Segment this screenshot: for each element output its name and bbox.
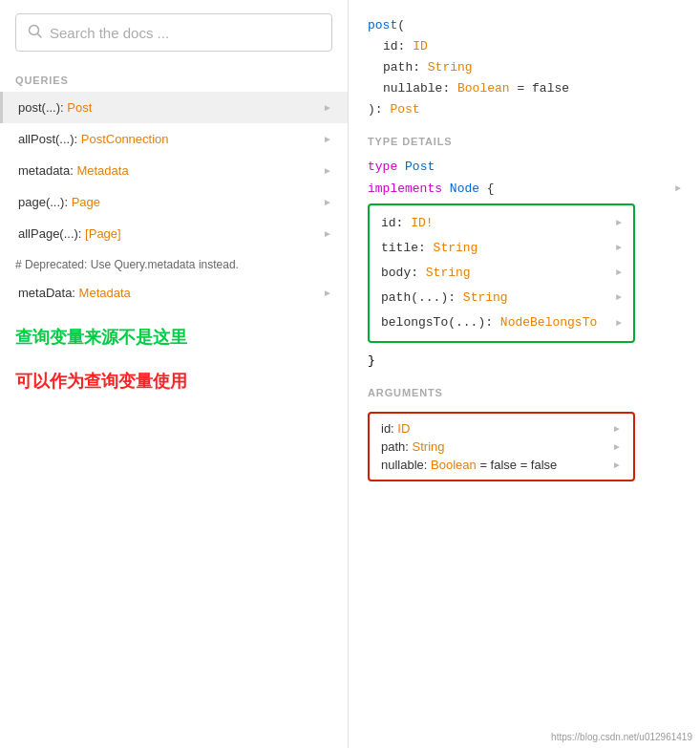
field-id: id: ID! ► [381, 211, 622, 236]
arg-id: id: ID ► [381, 419, 622, 438]
nav-item-metadata-deprecated[interactable]: metaData: Metadata ► [0, 277, 348, 309]
query-signature: post( id: ID path: String nullable: Bool… [368, 15, 681, 120]
field-title: title: String ► [381, 236, 622, 261]
chevron-title: ► [616, 240, 622, 256]
type-post: type Post implements Node { ► id: ID! ► … [368, 157, 681, 372]
nav-item-allpage[interactable]: allPage(...): [Page] ► [0, 218, 348, 249]
deprecated-note: # Deprecated: Use Query.metadata instead… [0, 249, 348, 277]
right-panel: post( id: ID path: String nullable: Bool… [349, 0, 700, 748]
type-details-header: TYPE DETAILS [368, 136, 681, 147]
chevron-belongsto: ► [616, 315, 622, 331]
field-belongsto: belongsTo(...): NodeBelongsTo ► [381, 310, 622, 335]
chevron-icon-metadata: ► [323, 165, 332, 176]
nav-item-post[interactable]: post(...): Post ► [0, 92, 348, 123]
chevron-id: ► [616, 215, 622, 231]
nav-item-page[interactable]: page(...): Page ► [0, 186, 348, 218]
field-path: path(...): String ► [381, 286, 622, 310]
chevron-arg-path: ► [612, 441, 622, 452]
chevron-implements: ► [675, 181, 681, 197]
nav-item-metadata-deprecated-label: metaData: Metadata [18, 286, 317, 300]
nav-item-allpost-label: allPost(...): PostConnection [18, 132, 317, 146]
arg-path: path: String ► [381, 438, 622, 456]
args-box-red: id: ID ► path: String ► nullable: Boolea… [368, 412, 635, 481]
chevron-path: ► [616, 289, 622, 306]
chevron-icon-page: ► [323, 197, 332, 207]
nav-item-page-label: page(...): Page [18, 195, 317, 209]
svg-line-1 [38, 34, 42, 38]
chevron-body: ► [616, 265, 622, 281]
field-body: body: String ► [381, 261, 622, 286]
annotation-red: 可以作为查询变量使用 [0, 353, 348, 396]
nav-item-post-label: post(...): Post [18, 100, 317, 115]
watermark: https://blog.csdn.net/u012961419 [551, 732, 692, 742]
search-icon [28, 24, 42, 41]
left-panel: Search the docs ... QUERIES post(...): P… [0, 0, 349, 748]
chevron-icon-allpage: ► [323, 228, 332, 239]
search-placeholder: Search the docs ... [50, 25, 169, 41]
search-bar[interactable]: Search the docs ... [15, 13, 332, 52]
chevron-arg-nullable: ► [612, 459, 622, 470]
type-fields-box-green: id: ID! ► title: String ► body: String ►… [368, 203, 635, 343]
chevron-icon-metadata-deprecated: ► [323, 288, 332, 298]
chevron-arg-id: ► [612, 423, 622, 434]
queries-section-label: QUERIES [0, 65, 348, 92]
nav-item-metadata[interactable]: metadata: Metadata ► [0, 155, 348, 186]
arg-nullable: nullable: Boolean = false = false ► [381, 456, 622, 474]
implements-line: implements Node { ► [368, 179, 681, 200]
annotation-green: 查询变量来源不是这里 [0, 309, 348, 353]
nav-item-metadata-label: metadata: Metadata [18, 163, 317, 178]
arguments-header: ARGUMENTS [368, 387, 681, 398]
chevron-icon-post: ► [323, 102, 332, 113]
nav-item-allpage-label: allPage(...): [Page] [18, 226, 317, 241]
nav-item-allpost[interactable]: allPost(...): PostConnection ► [0, 123, 348, 155]
closing-brace: } [368, 351, 681, 372]
chevron-icon-allpost: ► [323, 134, 332, 144]
